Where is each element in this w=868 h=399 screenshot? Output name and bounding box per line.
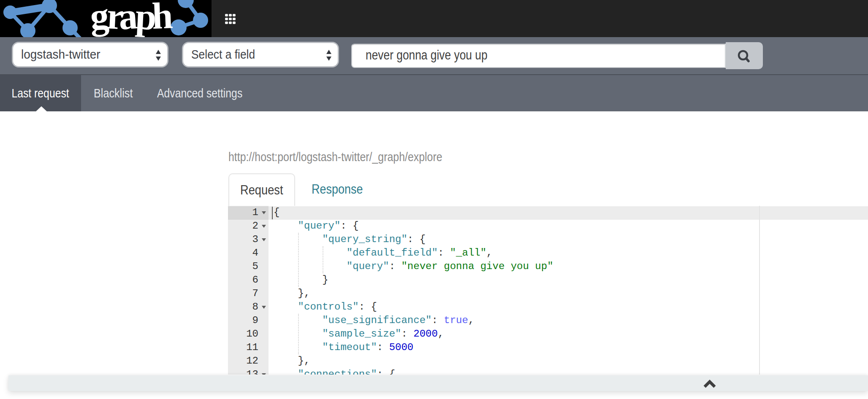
svg-text:graph: graph: [89, 0, 174, 37]
